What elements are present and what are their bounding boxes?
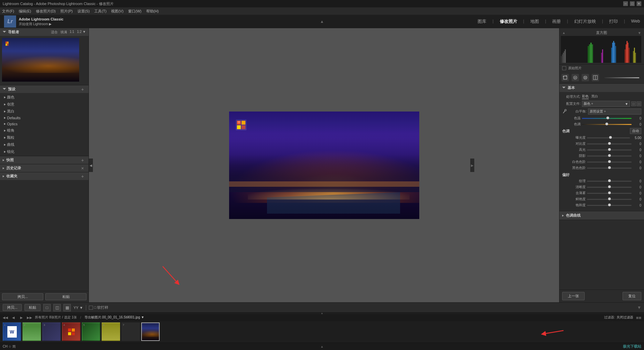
- bw-mode-button[interactable]: 黑白: [591, 94, 598, 99]
- navigator-image[interactable]: [2, 38, 79, 82]
- filmstrip-thumb-7[interactable]: 7: [121, 322, 140, 341]
- filmstrip-thumb-6[interactable]: 6: [102, 322, 120, 341]
- preset-group-curves[interactable]: 曲线: [0, 141, 89, 148]
- filter-value[interactable]: 关闭过滤器: [616, 315, 633, 320]
- highlights-slider[interactable]: [587, 149, 632, 150]
- filmstrip-thumb-2[interactable]: 2: [22, 322, 41, 341]
- preset-group-creative[interactable]: 创意: [0, 101, 89, 108]
- opacity-slider[interactable]: [604, 77, 639, 78]
- presets-header[interactable]: 预设 +: [0, 85, 89, 93]
- paste-settings-button[interactable]: 粘贴: [24, 304, 41, 311]
- bottom-center-arrow-up[interactable]: ▲: [320, 345, 324, 348]
- menu-file[interactable]: 文件(F): [2, 9, 14, 14]
- saturation-slider[interactable]: [587, 205, 632, 206]
- nav-map[interactable]: 地图: [530, 18, 539, 25]
- contrast-slider[interactable]: [587, 143, 632, 144]
- filmstrip-nav-next[interactable]: ▶: [19, 315, 24, 320]
- minimize-button[interactable]: ─: [623, 1, 628, 6]
- filmstrip-nav-prev[interactable]: ◀: [11, 315, 16, 320]
- shadows-slider[interactable]: [587, 156, 632, 157]
- window-controls[interactable]: ─ □ ✕: [623, 1, 641, 6]
- preset-group-grain[interactable]: 颗粒: [0, 134, 89, 141]
- zoom-fit[interactable]: 适合: [51, 30, 58, 35]
- view-compare-icon[interactable]: ◫: [53, 304, 61, 311]
- preset-group-color[interactable]: 颜色: [0, 94, 89, 101]
- gradient-filter-tool[interactable]: [592, 74, 599, 81]
- filmstrip-thumb-4[interactable]: 4: [62, 322, 80, 341]
- right-collapse-arrow[interactable]: ▶: [470, 159, 474, 172]
- clarity-slider[interactable]: [587, 187, 632, 188]
- filmstrip-thumb-1[interactable]: 1 W: [3, 322, 21, 341]
- menu-develop[interactable]: 修改照片(D): [36, 9, 56, 14]
- copy-button[interactable]: 拷贝...: [2, 293, 43, 300]
- crop-tool[interactable]: [561, 74, 569, 81]
- preset-group-vignette[interactable]: 暗角: [0, 127, 89, 134]
- texture-slider[interactable]: [587, 181, 632, 182]
- tone-curve-header[interactable]: 色调曲线: [559, 211, 644, 220]
- filmstrip-thumb-5[interactable]: 5: [82, 322, 100, 341]
- filmstrip-thumb-3[interactable]: 3: [42, 322, 61, 341]
- adjustment-brush-tool[interactable]: [582, 74, 589, 81]
- zoom-fill[interactable]: 填满: [60, 30, 67, 35]
- snapshots-add-button[interactable]: +: [81, 158, 86, 163]
- dehaze-slider[interactable]: [587, 193, 632, 194]
- soft-sample-checkbox[interactable]: [89, 306, 93, 310]
- blacks-slider[interactable]: [587, 168, 632, 169]
- nav-print[interactable]: 打印: [609, 18, 618, 25]
- color-mode-button[interactable]: 彩色: [582, 94, 589, 99]
- profile-dropdown[interactable]: 颜色 ÷ ▼: [582, 101, 630, 107]
- menu-tools[interactable]: 工具(T): [94, 9, 106, 14]
- nav-develop[interactable]: 修改照片: [500, 18, 517, 25]
- auto-tone-button[interactable]: 自动: [630, 128, 641, 134]
- filmstrip-nav-first[interactable]: ◀◀: [3, 315, 8, 320]
- exposure-slider[interactable]: [587, 137, 630, 138]
- snapshots-header[interactable]: 快照 +: [0, 156, 89, 164]
- reset-button[interactable]: 复位: [623, 292, 641, 300]
- original-photo-checkbox[interactable]: [562, 66, 566, 70]
- history-header[interactable]: 历史记录 ×: [0, 164, 89, 172]
- view-grid-icon[interactable]: ▦: [63, 304, 71, 311]
- navigator-header[interactable]: 导航者 适合 填满 1:1 1:2 ▼: [0, 28, 89, 36]
- preset-group-bw[interactable]: 黑白: [0, 108, 89, 115]
- filmstrip-filename[interactable]: 导出帧图片.00_00_01_16.Still001.jpg ▼: [85, 315, 144, 320]
- menu-help[interactable]: 帮助(H): [146, 9, 159, 14]
- view-single-icon[interactable]: □: [43, 304, 51, 311]
- copy-settings-button[interactable]: 拷贝...: [3, 304, 22, 311]
- vibrance-slider[interactable]: [587, 199, 632, 200]
- zoom-1-1[interactable]: 1:1: [70, 30, 74, 35]
- temp-slider[interactable]: [582, 118, 632, 119]
- nav-book[interactable]: 画册: [552, 18, 561, 25]
- menu-view[interactable]: 视图(V): [111, 9, 123, 14]
- profile-browse-icon[interactable]: □: [631, 101, 636, 106]
- eyedropper-tool[interactable]: [562, 109, 567, 114]
- nav-slideshow[interactable]: 幻灯片放映: [574, 18, 596, 25]
- basic-section-header[interactable]: 基本: [559, 84, 644, 92]
- top-center-arrow[interactable]: ▲: [320, 19, 324, 24]
- preset-group-defaults[interactable]: Defaults: [0, 115, 89, 121]
- menu-edit[interactable]: 编辑(E): [19, 9, 31, 14]
- menu-window[interactable]: 窗口(W): [128, 9, 142, 14]
- history-close-button[interactable]: ×: [81, 166, 86, 171]
- heal-tool[interactable]: [572, 74, 579, 81]
- zoom-1-2[interactable]: 1:2 ▼: [77, 30, 86, 35]
- nav-web[interactable]: Web: [631, 18, 640, 25]
- close-button[interactable]: ✕: [637, 1, 641, 6]
- menu-settings[interactable]: 设置(S): [77, 9, 90, 14]
- whites-slider[interactable]: [587, 162, 632, 163]
- bottom-toolbar-arrow[interactable]: ▼: [637, 305, 641, 310]
- nav-library[interactable]: 图库: [478, 18, 486, 25]
- left-collapse-arrow[interactable]: ◀: [89, 159, 93, 172]
- paste-button[interactable]: 粘贴: [45, 293, 87, 300]
- preset-group-optics[interactable]: Optics: [0, 121, 89, 127]
- wb-dropdown[interactable]: 原照设置 ÷: [588, 108, 641, 115]
- filmstrip-nav-last[interactable]: ▶▶: [27, 315, 32, 320]
- navigator-preview[interactable]: [0, 36, 89, 84]
- profile-browse-icon2[interactable]: □: [637, 101, 641, 106]
- maximize-button[interactable]: □: [630, 1, 635, 6]
- tint-slider[interactable]: [582, 124, 632, 125]
- presets-add-button[interactable]: +: [81, 87, 86, 92]
- collections-add-button[interactable]: +: [81, 174, 86, 179]
- filmstrip-thumb-8[interactable]: 8: [141, 322, 160, 341]
- collections-header[interactable]: 收藏夹 +: [0, 172, 89, 180]
- prev-photo-button[interactable]: 上一张: [562, 292, 585, 300]
